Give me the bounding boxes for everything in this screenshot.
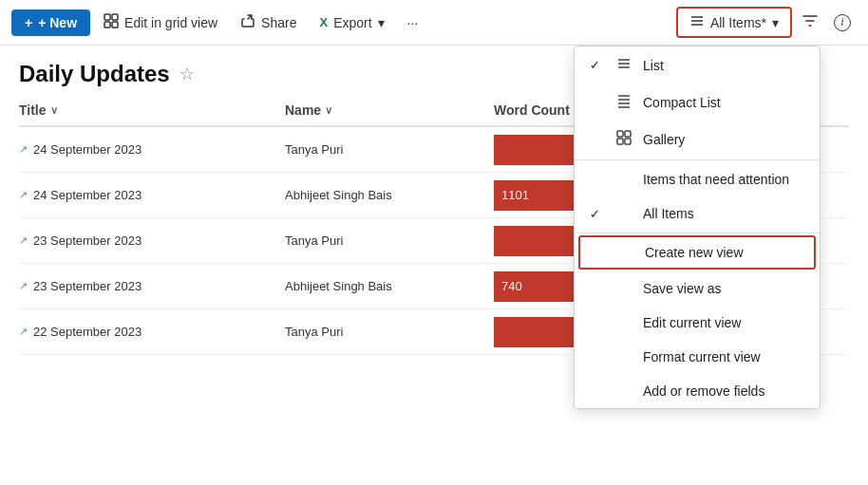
row-title-text: 22 September 2023 [33,325,142,339]
filter-icon [802,16,819,32]
word-count-bar: 740 [494,271,579,302]
row-expand-icon[interactable]: ↗ [19,280,28,292]
check-icon: ✓ [590,207,605,221]
dropdown-separator [575,233,820,233]
dropdown-item-format-current-view[interactable]: Format current view [575,340,820,374]
row-expand-icon[interactable]: ↗ [19,189,28,201]
svg-rect-0 [104,14,110,20]
dropdown-item-label: Create new view [645,245,802,260]
col-word-label: Word Count [494,103,570,118]
col-title-label: Title [19,103,47,118]
dropdown-item-label: Add or remove fields [643,383,804,399]
dropdown-item-label: Items that need attention [643,172,804,187]
cell-title: ↗24 September 2023 [19,188,285,202]
share-button[interactable]: Share [231,8,306,37]
gallery-icon [614,130,633,148]
dropdown-item-add-or-remove-fields[interactable]: Add or remove fields [575,374,820,408]
dropdown-separator [575,159,820,160]
dropdown-item-edit-current-view[interactable]: Edit current view [575,306,820,340]
toolbar-right: All Items* ▾ i [676,7,857,39]
share-label: Share [261,15,296,30]
dropdown-item-label: All Items [643,206,804,221]
cell-name: Abhijeet Singh Bais [285,188,494,202]
all-items-button[interactable]: All Items* ▾ [676,7,792,38]
svg-rect-17 [625,139,631,144]
new-button[interactable]: + + New [11,9,90,36]
list-icon [614,56,633,74]
dropdown-item-label: List [643,58,804,73]
cell-title: ↗23 September 2023 [19,279,285,293]
svg-rect-15 [625,131,631,137]
dropdown-item-save-view-as[interactable]: Save view as [575,271,820,306]
row-title-text: 24 September 2023 [33,142,142,157]
dropdown-item-label: Format current view [643,349,804,364]
dropdown-item-items-that-need-attention[interactable]: Items that need attention [575,162,820,196]
svg-rect-16 [617,139,623,144]
cell-name: Tanya Puri [285,233,494,248]
cell-name: Abhijeet Singh Bais [285,279,494,293]
cell-title: ↗24 September 2023 [19,142,285,157]
more-icon: ··· [407,15,419,30]
cell-title: ↗23 September 2023 [19,233,285,248]
col-header-title: Title ∨ [19,103,285,118]
row-expand-icon[interactable]: ↗ [19,234,28,247]
favorite-icon[interactable]: ☆ [179,64,195,84]
dropdown-item-gallery[interactable]: Gallery [575,121,820,158]
grid-icon [104,13,119,31]
svg-rect-3 [112,22,118,28]
compact-icon [614,93,633,111]
check-icon: ✓ [590,58,605,72]
name-sort-icon[interactable]: ∨ [325,104,332,117]
filter-button[interactable] [796,7,824,39]
plus-icon: + [25,15,32,30]
toolbar: + + New Edit in grid view Share X Export… [0,0,868,46]
row-expand-icon[interactable]: ↗ [19,326,28,338]
svg-rect-14 [617,131,623,137]
title-sort-icon[interactable]: ∨ [50,104,58,117]
dropdown-item-all-items[interactable]: ✓All Items [575,196,820,231]
excel-icon: X [319,15,328,29]
export-label: Export [333,15,371,30]
view-dropdown: ✓ListCompact ListGalleryItems that need … [574,46,821,409]
export-chevron: ▾ [378,15,385,30]
svg-rect-1 [112,14,118,20]
all-items-chevron: ▾ [772,15,779,30]
row-title-text: 23 September 2023 [33,279,142,293]
row-title-text: 23 September 2023 [33,233,142,248]
page-title: Daily Updates [19,61,170,87]
dropdown-item-label: Compact List [643,95,804,110]
export-button[interactable]: X Export ▾ [310,9,393,36]
cell-name: Tanya Puri [285,325,494,339]
cell-title: ↗22 September 2023 [19,325,285,339]
col-name-label: Name [285,103,321,118]
dropdown-item-create-new-view[interactable]: Create new view [578,235,816,270]
col-header-name: Name ∨ [285,103,494,118]
new-label: + New [38,15,77,30]
list-lines-icon [689,13,705,31]
dropdown-item-label: Edit current view [643,315,804,330]
dropdown-item-list[interactable]: ✓List [575,47,820,84]
svg-rect-2 [104,22,110,28]
more-button[interactable]: ··· [398,9,428,36]
row-title-text: 24 September 2023 [33,188,142,202]
edit-grid-button[interactable]: Edit in grid view [94,8,227,37]
dropdown-item-label: Gallery [643,132,804,147]
info-icon: i [834,14,851,31]
row-expand-icon[interactable]: ↗ [19,143,28,156]
share-icon [240,13,255,31]
dropdown-item-compact-list[interactable]: Compact List [575,84,820,121]
cell-name: Tanya Puri [285,142,494,157]
dropdown-item-label: Save view as [643,281,804,296]
all-items-label: All Items* [710,15,766,30]
info-button[interactable]: i [828,9,857,37]
edit-grid-label: Edit in grid view [124,15,217,30]
